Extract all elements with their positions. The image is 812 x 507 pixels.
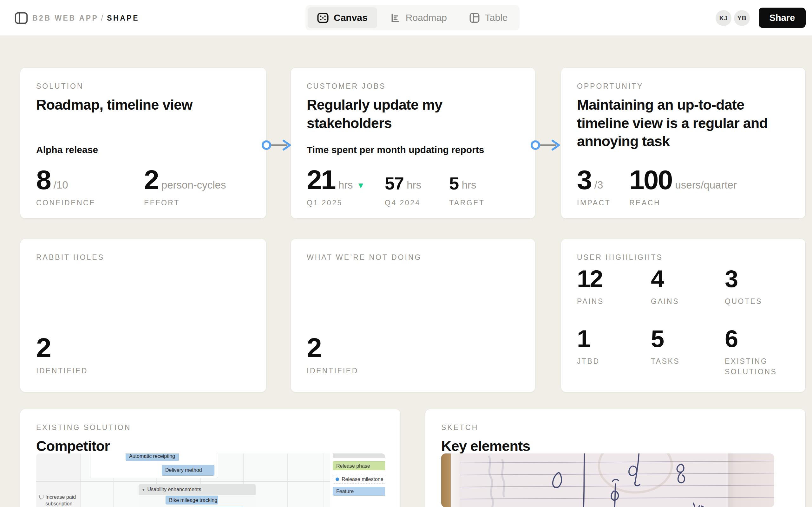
stat-unit: /10 — [54, 179, 68, 192]
stat-unit: users/quarter — [675, 179, 737, 192]
row-divider — [36, 481, 330, 482]
stat-label: Q4 2024 — [385, 198, 449, 208]
stat-quotes: 3 QUOTES — [725, 265, 799, 307]
card-title: Maintaining an up-to-date timeline view … — [577, 96, 790, 151]
card-label: OPPORTUNITY — [577, 82, 644, 91]
tab-table[interactable]: Table — [460, 7, 517, 28]
sketch-photo — [441, 453, 774, 507]
breadcrumb-app[interactable]: B2B WEB APP — [32, 14, 98, 22]
stat-value: 5 — [449, 175, 459, 192]
gantt-bar: Delivery method — [162, 465, 214, 475]
sidebar-toggle-icon[interactable] — [14, 11, 28, 25]
gantt-bar: Automatic receipting — [125, 453, 179, 461]
stat-value: 5 — [651, 325, 725, 352]
canvas-dice-icon — [317, 13, 328, 23]
legend-item: Release phase — [333, 461, 385, 470]
stat-tasks: 5 TASKS — [651, 325, 725, 377]
stat-q4-2024: 57hrs Q4 2024 — [385, 164, 449, 208]
stat-label: EFFORT — [144, 198, 226, 208]
connector-solution-to-jobs[interactable] — [260, 135, 293, 155]
stat-label: TASKS — [651, 356, 714, 367]
stat-target: 5hrs TARGET — [449, 164, 485, 208]
share-button[interactable]: Share — [759, 8, 806, 28]
milestone-dot-icon — [336, 477, 339, 481]
view-switcher: Canvas Roadmap Table — [305, 5, 519, 31]
card-label: CUSTOMER JOBS — [307, 82, 386, 91]
card-opportunity[interactable]: OPPORTUNITY Maintaining an up-to-date ti… — [561, 67, 806, 219]
card-customer-jobs[interactable]: CUSTOMER JOBS Regularly update my stakeh… — [291, 67, 536, 219]
card-rabbit-holes[interactable]: RABBIT HOLES 2 IDENTIFIED — [20, 239, 266, 392]
stat-value: 1 — [577, 325, 651, 352]
breadcrumb-separator: / — [98, 14, 107, 22]
app-header: B2B WEB APP/SHAPE Canvas — [0, 0, 812, 36]
stat-jtbd: 1 JTBD — [577, 325, 651, 377]
stat-label: JTBD — [577, 356, 641, 367]
stat-label: IDENTIFIED — [307, 366, 358, 376]
stat-value: 4 — [651, 265, 725, 292]
stat-label: QUOTES — [725, 296, 788, 307]
connector-jobs-to-opportunity[interactable] — [529, 135, 561, 155]
stat-value: 21 — [307, 167, 335, 192]
stat-label: IDENTIFIED — [36, 366, 88, 376]
legend-item-phase — [333, 453, 385, 458]
stat-value: 57 — [385, 175, 403, 192]
avatar[interactable]: KJ — [716, 10, 731, 26]
stat-value: 3 — [577, 167, 591, 192]
stat-identified: 2 IDENTIFIED — [36, 332, 88, 376]
stat-label: PAINS — [577, 296, 641, 307]
card-not-doing[interactable]: WHAT WE’RE NOT DOING 2 IDENTIFIED — [291, 239, 536, 392]
stat-identified: 2 IDENTIFIED — [307, 332, 358, 376]
screenshot-sidebar: Increase paid subscription — [36, 453, 81, 507]
stat-label: REACH — [629, 198, 737, 208]
stat-value: 2 — [144, 167, 158, 192]
stat-value: 2 — [36, 335, 50, 360]
avatar[interactable]: YB — [734, 10, 750, 26]
stat-gains: 4 GAINS — [651, 265, 725, 307]
card-user-highlights[interactable]: USER HIGHLIGHTS 12 PAINS 4 GAINS 3 QUOTE… — [561, 239, 806, 392]
comment-bubble-icon — [39, 495, 44, 498]
tab-canvas-label: Canvas — [334, 12, 368, 23]
breadcrumb: B2B WEB APP/SHAPE — [32, 14, 139, 22]
legend-item-label: Release milestone — [342, 476, 384, 482]
card-label: USER HIGHLIGHTS — [577, 253, 663, 262]
stat-unit: person-cycles — [161, 179, 226, 192]
stat-label: CONFIDENCE — [36, 198, 144, 208]
caret-down-icon: ▾ — [142, 487, 145, 492]
stat-label: EXISTING SOLUTIONS — [725, 356, 788, 377]
card-sketch[interactable]: SKETCH Key elements — [425, 409, 806, 507]
stat-pains: 12 PAINS — [577, 265, 651, 307]
card-title: Key elements — [441, 437, 790, 455]
card-label: RABBIT HOLES — [36, 253, 104, 262]
stat-value: 3 — [725, 265, 799, 292]
grid-line — [323, 453, 324, 507]
tab-canvas[interactable]: Canvas — [308, 7, 377, 28]
stat-value: 8 — [36, 167, 50, 192]
stat-value: 2 — [307, 335, 321, 360]
stat-impact: 3/3 IMPACT — [577, 164, 629, 208]
table-grid-icon — [469, 13, 480, 23]
stat-unit: /3 — [595, 179, 603, 192]
roadmap-chart-icon — [390, 13, 401, 23]
stat-unit: hrs — [339, 179, 353, 192]
stat-label: GAINS — [651, 296, 714, 307]
legend-item: Feature — [333, 487, 385, 496]
gantt-group-header: ▾Usability enhancements — [139, 484, 256, 495]
tab-table-label: Table — [485, 12, 508, 23]
trend-down-icon: ▼ — [357, 181, 365, 192]
card-existing-solution[interactable]: EXISTING SOLUTION Competitor Increase pa… — [20, 409, 401, 507]
card-title: Competitor — [36, 437, 385, 455]
stat-unit: hrs — [462, 179, 476, 192]
stat-effort: 2person-cycles EFFORT — [144, 164, 226, 208]
breadcrumb-page: SHAPE — [107, 14, 139, 22]
stat-existing-solutions: 6 EXISTING SOLUTIONS — [725, 325, 799, 377]
tab-roadmap-label: Roadmap — [406, 12, 447, 23]
tab-roadmap[interactable]: Roadmap — [380, 7, 456, 28]
card-solution[interactable]: SOLUTION Roadmap, timeline view Alpha re… — [20, 67, 266, 219]
card-subtitle: Alpha release — [36, 145, 98, 155]
stat-label: Q1 2025 — [307, 198, 385, 208]
card-label: EXISTING SOLUTION — [36, 424, 131, 432]
sketch-doodles — [441, 453, 774, 507]
stat-q1-2025: 21hrs▼ Q1 2025 — [307, 164, 385, 208]
screenshot-legend: Release phase Release milestone Feature — [330, 453, 385, 507]
stat-value: 12 — [577, 265, 651, 292]
